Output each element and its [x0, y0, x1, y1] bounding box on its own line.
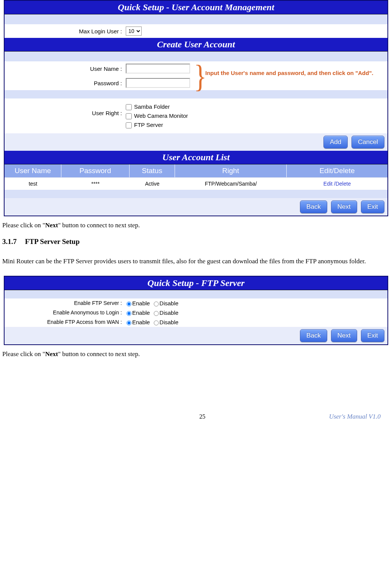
cell-username: test — [5, 178, 61, 190]
footer-right: User's Manual V1.0 — [329, 413, 381, 420]
nav-bar-2: Back Next Exit — [5, 327, 387, 344]
col-password: Password — [61, 164, 130, 177]
enable-ftp-label: Enable FTP Server : — [5, 300, 126, 306]
ftp-enable-radio[interactable] — [127, 302, 131, 306]
section-paragraph: Mini Router can be the FTP Server provid… — [2, 255, 387, 268]
webcam-label: Web Camera Monitor — [134, 113, 188, 119]
next-button[interactable]: Next — [331, 200, 357, 213]
spacer-bar — [5, 14, 387, 24]
max-login-row: Max Login User : 10 — [5, 24, 387, 38]
ftp-server-panel: Quick Setup - FTP Server Enable FTP Serv… — [4, 276, 388, 345]
spacer-bar — [5, 290, 387, 298]
cell-password: **** — [61, 178, 130, 190]
wan-enable-radio[interactable] — [127, 320, 131, 325]
col-status: Status — [130, 164, 175, 177]
enable-label: Enable — [132, 319, 150, 325]
max-login-label: Max Login User : — [5, 28, 126, 34]
section-title: FTP Server Setup — [25, 236, 80, 248]
disable-label: Disable — [159, 309, 178, 316]
account-list-header: User Name Password Status Right Edit/Del… — [5, 164, 387, 177]
disable-label: Disable — [159, 300, 178, 306]
disable-label: Disable — [159, 319, 178, 325]
spacer-bar — [5, 190, 387, 198]
max-login-select[interactable]: 10 — [126, 27, 142, 36]
create-user-block: User Name : Password : } Input the User'… — [5, 61, 387, 90]
enable-label: Enable — [132, 309, 150, 316]
exit-button[interactable]: Exit — [361, 329, 384, 342]
nav-bar-1: Back Next Exit — [5, 198, 387, 216]
delete-link[interactable]: Delete — [336, 181, 351, 187]
enable-label: Enable — [132, 300, 150, 306]
anon-disable-radio[interactable] — [154, 311, 159, 316]
webcam-checkbox[interactable] — [126, 113, 132, 119]
enable-wan-label: Enable FTP Access from WAN : — [5, 319, 126, 325]
col-right: Right — [175, 164, 287, 177]
ftp-disable-radio[interactable] — [154, 302, 159, 306]
enable-anon-label: Enable Anonymous to Login : — [5, 309, 126, 316]
ftp-label: FTP Server — [134, 122, 163, 128]
add-button[interactable]: Add — [323, 136, 348, 148]
section-number: 3.1.7 — [2, 236, 17, 248]
add-cancel-bar: Add Cancel — [5, 133, 387, 151]
page-number: 25 — [76, 413, 329, 420]
cell-status: Active — [130, 178, 175, 190]
user-account-panel: Quick Setup - User Account Management Ma… — [4, 0, 388, 216]
anon-enable-radio[interactable] — [127, 311, 131, 316]
doc-text-2: Please click on "Next" button to connect… — [0, 345, 392, 360]
create-user-title: Create User Account — [5, 38, 387, 52]
cancel-button[interactable]: Cancel — [351, 136, 384, 148]
page-footer: 25 User's Manual V1.0 — [0, 413, 392, 420]
account-list-title: User Account List — [5, 151, 387, 164]
username-label: User Name : — [5, 66, 126, 72]
next-button[interactable]: Next — [331, 329, 357, 342]
back-button[interactable]: Back — [300, 200, 327, 213]
cell-right: FTP/Webcam/Samba/ — [175, 178, 287, 190]
panel-title: Quick Setup - User Account Management — [5, 1, 387, 14]
edit-link[interactable]: Edit — [323, 181, 333, 187]
password-label: Password : — [5, 80, 126, 86]
callout-text: Input the User's name and password, and … — [205, 70, 392, 76]
samba-checkbox[interactable] — [126, 104, 132, 110]
wan-disable-radio[interactable] — [154, 320, 159, 325]
back-button[interactable]: Back — [300, 329, 327, 342]
col-username: User Name — [5, 164, 61, 177]
ftp-checkbox[interactable] — [126, 122, 132, 128]
ftp-panel-title: Quick Setup - FTP Server — [5, 277, 387, 290]
col-editdelete: Edit/Delete — [287, 164, 387, 177]
userright-label: User Right : — [5, 102, 126, 116]
username-input[interactable] — [126, 64, 190, 73]
table-row: test **** Active FTP/Webcam/Samba/ Edit … — [5, 177, 387, 190]
password-input[interactable] — [126, 78, 190, 88]
samba-label: Samba Folder — [134, 103, 170, 110]
doc-text-1: Please click on "Next" button to connect… — [0, 216, 392, 268]
exit-button[interactable]: Exit — [361, 200, 384, 213]
